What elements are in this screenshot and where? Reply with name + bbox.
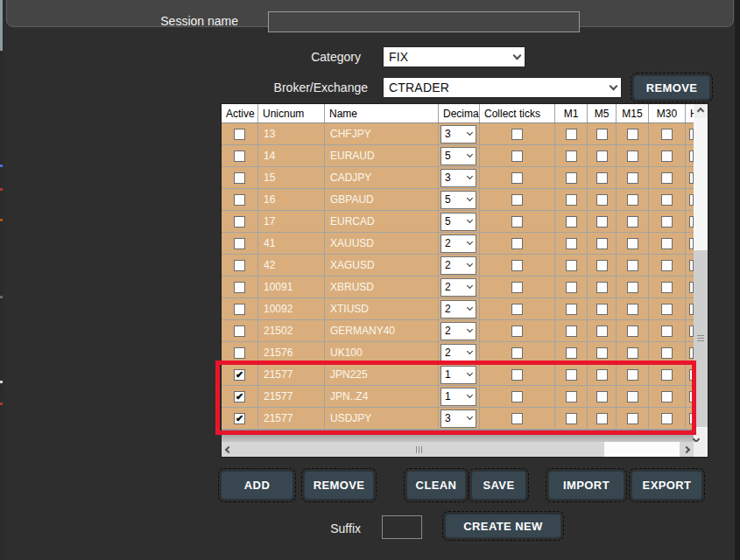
m30-checkbox[interactable] bbox=[661, 194, 673, 206]
column-header-active[interactable]: Active bbox=[222, 104, 258, 122]
decimal-select[interactable]: 2 bbox=[440, 300, 476, 318]
m30-checkbox[interactable] bbox=[661, 326, 673, 337]
m1-checkbox[interactable] bbox=[566, 194, 577, 206]
m1-checkbox[interactable] bbox=[566, 304, 577, 315]
collect-ticks-checkbox[interactable] bbox=[511, 129, 523, 140]
column-header-h1[interactable]: H1 bbox=[686, 104, 694, 122]
active-checkbox[interactable]: ✔ bbox=[234, 413, 245, 424]
decimal-select[interactable]: 3 bbox=[440, 410, 476, 428]
m15-checkbox[interactable] bbox=[627, 194, 638, 206]
active-checkbox[interactable] bbox=[234, 282, 245, 293]
column-header-m15[interactable]: M15 bbox=[617, 104, 649, 122]
m30-checkbox[interactable] bbox=[661, 260, 673, 271]
m15-checkbox[interactable] bbox=[627, 260, 638, 271]
m30-checkbox[interactable] bbox=[661, 369, 673, 381]
collect-ticks-checkbox[interactable] bbox=[511, 172, 523, 184]
m30-checkbox[interactable] bbox=[661, 391, 673, 402]
collect-ticks-checkbox[interactable] bbox=[511, 347, 523, 359]
m15-checkbox[interactable] bbox=[627, 347, 638, 359]
table-row[interactable]: 16GBPAUD5 bbox=[222, 189, 708, 211]
collect-ticks-checkbox[interactable] bbox=[511, 260, 523, 271]
m30-checkbox[interactable] bbox=[661, 347, 673, 359]
m30-checkbox[interactable] bbox=[661, 216, 673, 228]
m5-checkbox[interactable] bbox=[596, 326, 608, 337]
m30-checkbox[interactable] bbox=[661, 129, 673, 140]
decimal-select[interactable]: 3 bbox=[440, 125, 476, 144]
m15-checkbox[interactable] bbox=[627, 369, 638, 381]
m5-checkbox[interactable] bbox=[596, 150, 608, 162]
create-new-button[interactable]: CREATE NEW bbox=[445, 514, 561, 538]
m1-checkbox[interactable] bbox=[566, 282, 577, 293]
m15-checkbox[interactable] bbox=[627, 172, 638, 184]
decimal-select[interactable]: 1 bbox=[440, 388, 476, 406]
decimal-select[interactable]: 2 bbox=[440, 234, 476, 253]
active-checkbox[interactable] bbox=[234, 347, 245, 359]
table-row[interactable]: 14EURAUD5 bbox=[222, 145, 708, 167]
horizontal-scrollbar-track[interactable] bbox=[604, 442, 680, 457]
m1-checkbox[interactable] bbox=[566, 413, 577, 424]
m15-checkbox[interactable] bbox=[627, 282, 638, 293]
collect-ticks-checkbox[interactable] bbox=[511, 150, 523, 162]
suffix-input[interactable] bbox=[382, 515, 422, 539]
m1-checkbox[interactable] bbox=[566, 391, 577, 402]
table-row[interactable]: 10092XTIUSD2 bbox=[222, 298, 708, 320]
scroll-up-button[interactable] bbox=[694, 104, 708, 118]
m1-checkbox[interactable] bbox=[566, 369, 577, 381]
scroll-left-button[interactable] bbox=[222, 442, 236, 457]
collect-ticks-checkbox[interactable] bbox=[511, 282, 523, 293]
m30-checkbox[interactable] bbox=[661, 150, 673, 162]
table-row-highlighted[interactable]: ✔21577JPN..Z41 bbox=[222, 386, 708, 408]
table-row-highlighted[interactable]: ✔21577USDJPY3 bbox=[222, 408, 708, 430]
active-checkbox[interactable] bbox=[234, 216, 245, 228]
collect-ticks-checkbox[interactable] bbox=[511, 194, 523, 206]
active-checkbox[interactable] bbox=[234, 194, 245, 206]
m15-checkbox[interactable] bbox=[627, 304, 638, 315]
m5-checkbox[interactable] bbox=[596, 282, 608, 293]
decimal-select[interactable]: 2 bbox=[440, 256, 476, 275]
m5-checkbox[interactable] bbox=[596, 172, 608, 184]
active-checkbox[interactable] bbox=[234, 304, 245, 315]
table-row[interactable]: 17EURCAD5 bbox=[222, 211, 708, 233]
remove-broker-button[interactable]: REMOVE bbox=[633, 75, 710, 100]
m1-checkbox[interactable] bbox=[566, 150, 577, 162]
session-name-input[interactable] bbox=[268, 11, 580, 32]
column-header-decimal[interactable]: Decimal bbox=[439, 104, 480, 122]
m5-checkbox[interactable] bbox=[596, 369, 608, 381]
table-row[interactable]: 15CADJPY3 bbox=[222, 167, 708, 189]
export-button[interactable]: EXPORT bbox=[631, 471, 702, 500]
active-checkbox[interactable]: ✔ bbox=[234, 369, 245, 381]
decimal-select[interactable]: 2 bbox=[440, 344, 476, 362]
m15-checkbox[interactable] bbox=[627, 413, 638, 424]
m5-checkbox[interactable] bbox=[596, 260, 608, 271]
decimal-select[interactable]: 2 bbox=[440, 322, 476, 340]
active-checkbox[interactable] bbox=[234, 260, 245, 271]
m5-checkbox[interactable] bbox=[596, 413, 608, 424]
table-row[interactable]: 10091XBRUSD2 bbox=[222, 276, 708, 298]
m15-checkbox[interactable] bbox=[627, 326, 638, 337]
horizontal-scrollbar-thumb[interactable] bbox=[236, 442, 604, 457]
m30-checkbox[interactable] bbox=[661, 413, 673, 424]
m30-checkbox[interactable] bbox=[661, 172, 673, 184]
m5-checkbox[interactable] bbox=[596, 129, 608, 140]
m15-checkbox[interactable] bbox=[627, 129, 638, 140]
active-checkbox[interactable] bbox=[234, 326, 245, 337]
decimal-select[interactable]: 5 bbox=[440, 213, 476, 231]
decimal-select[interactable]: 5 bbox=[440, 191, 476, 209]
table-row[interactable]: 42XAGUSD2 bbox=[222, 255, 708, 276]
m1-checkbox[interactable] bbox=[566, 260, 577, 271]
m1-checkbox[interactable] bbox=[566, 172, 577, 184]
m5-checkbox[interactable] bbox=[596, 347, 608, 359]
collect-ticks-checkbox[interactable] bbox=[511, 391, 523, 402]
vertical-scrollbar-thumb[interactable] bbox=[694, 250, 708, 427]
active-checkbox[interactable] bbox=[234, 129, 245, 140]
m1-checkbox[interactable] bbox=[566, 238, 577, 249]
import-button[interactable]: IMPORT bbox=[548, 471, 624, 500]
m5-checkbox[interactable] bbox=[596, 304, 608, 315]
active-checkbox[interactable]: ✔ bbox=[234, 391, 245, 402]
horizontal-scrollbar[interactable] bbox=[222, 442, 694, 457]
table-row[interactable]: 21502GERMANY402 bbox=[222, 320, 708, 342]
decimal-select[interactable]: 2 bbox=[440, 278, 476, 297]
m1-checkbox[interactable] bbox=[566, 216, 577, 228]
m1-checkbox[interactable] bbox=[566, 326, 577, 337]
add-button[interactable]: ADD bbox=[221, 471, 293, 500]
